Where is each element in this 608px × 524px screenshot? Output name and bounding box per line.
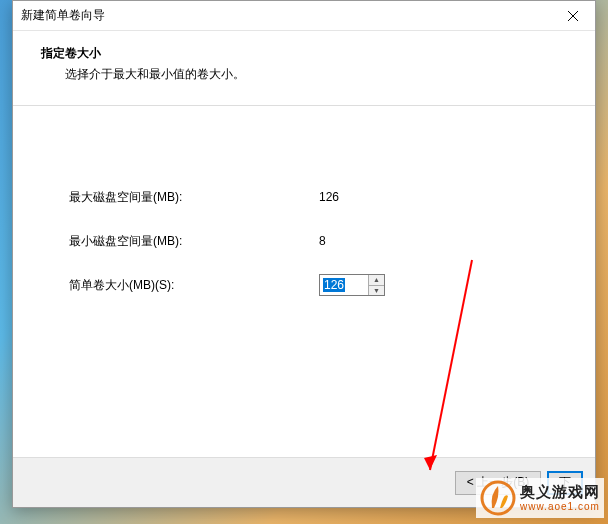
max-disk-value: 126 — [319, 190, 339, 204]
watermark-logo-icon — [480, 480, 516, 516]
watermark-cn: 奥义游戏网 — [520, 484, 600, 501]
watermark: 奥义游戏网 www.aoe1.com — [476, 478, 604, 518]
watermark-text: 奥义游戏网 www.aoe1.com — [520, 484, 600, 512]
min-disk-row: 最小磁盘空间量(MB): 8 — [69, 230, 555, 252]
volume-size-row: 简单卷大小(MB)(S): 126 ▲ ▼ — [69, 274, 555, 296]
header-section: 指定卷大小 选择介于最大和最小值的卷大小。 — [13, 31, 595, 93]
spinner-down-button[interactable]: ▼ — [369, 286, 384, 296]
min-disk-value: 8 — [319, 234, 326, 248]
spinner-buttons: ▲ ▼ — [368, 275, 384, 295]
min-disk-label: 最小磁盘空间量(MB): — [69, 233, 319, 250]
header-title: 指定卷大小 — [41, 45, 575, 62]
volume-size-input[interactable]: 126 — [320, 275, 368, 295]
max-disk-row: 最大磁盘空间量(MB): 126 — [69, 186, 555, 208]
close-button[interactable] — [550, 1, 595, 31]
content-area: 最大磁盘空间量(MB): 126 最小磁盘空间量(MB): 8 简单卷大小(MB… — [13, 106, 595, 338]
dialog-title: 新建简单卷向导 — [21, 7, 105, 24]
volume-size-spinner[interactable]: 126 ▲ ▼ — [319, 274, 385, 296]
volume-size-label: 简单卷大小(MB)(S): — [69, 277, 319, 294]
max-disk-label: 最大磁盘空间量(MB): — [69, 189, 319, 206]
watermark-en: www.aoe1.com — [520, 501, 600, 512]
wizard-dialog: 新建简单卷向导 指定卷大小 选择介于最大和最小值的卷大小。 最大磁盘空间量(MB… — [12, 0, 596, 508]
close-icon — [568, 11, 578, 21]
header-subtitle: 选择介于最大和最小值的卷大小。 — [41, 66, 575, 83]
spinner-up-button[interactable]: ▲ — [369, 275, 384, 286]
titlebar: 新建简单卷向导 — [13, 1, 595, 31]
